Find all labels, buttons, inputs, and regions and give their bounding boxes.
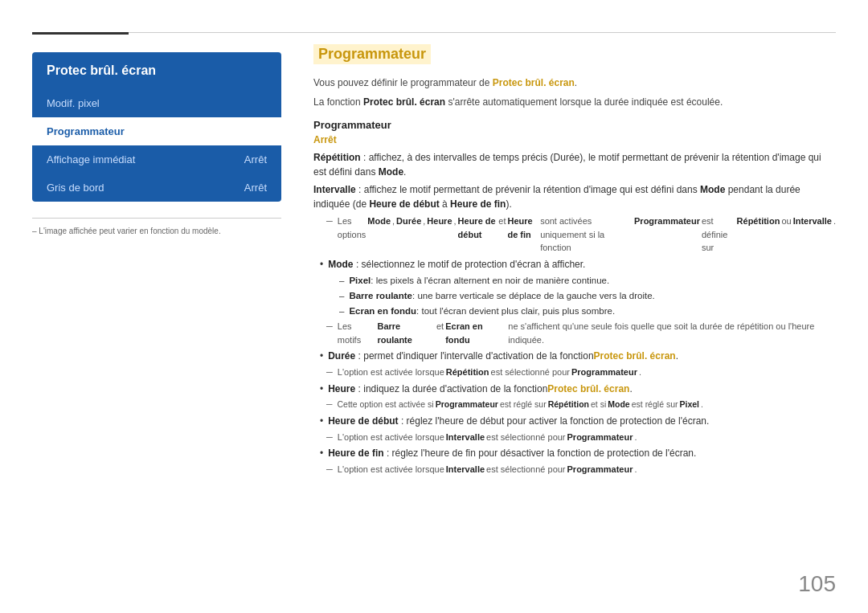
top-line-accent xyxy=(32,32,129,35)
footnote-area: – L'image affichée peut varier en foncti… xyxy=(32,218,281,235)
page-number: 105 xyxy=(798,571,836,597)
sub-pixel: Pixel : les pixels à l'écran alternent e… xyxy=(339,274,836,288)
menu-box: Protec brûl. écran Modif. pixel Programm… xyxy=(32,52,281,202)
sidebar-item-gris[interactable]: Gris de bord Arrêt xyxy=(32,174,281,202)
page-title: Programmateur xyxy=(313,44,431,64)
sub-barre: Barre roulante : une barre verticale se … xyxy=(339,289,836,303)
left-panel: Protec brûl. écran Modif. pixel Programm… xyxy=(32,52,281,235)
section-title: Programmateur xyxy=(313,119,836,131)
note-4: Cette option est activée si Programmateu… xyxy=(326,398,836,411)
right-content: Programmateur Vous pouvez définir le pro… xyxy=(313,44,836,479)
bullet-heure: Heure : indiquez la durée d'activation d… xyxy=(320,382,836,396)
gris-label: Gris de bord xyxy=(47,182,104,194)
sidebar-item-modif-pixel[interactable]: Modif. pixel xyxy=(32,89,281,117)
gris-value: Arrêt xyxy=(244,182,267,194)
sidebar-item-affichage[interactable]: Affichage immédiat Arrêt xyxy=(32,145,281,174)
bullet-duree: Durée : permet d'indiquer l'intervalle d… xyxy=(320,349,836,363)
menu-title: Protec brûl. écran xyxy=(32,52,281,89)
note-2: Les motifs Barre roulante et Ecran en fo… xyxy=(326,320,836,346)
intro-text-2: La fonction Protec brûl. écran s'arrête … xyxy=(313,95,836,109)
sub-ecran: Ecran en fondu : tout l'écran devient pl… xyxy=(339,304,836,318)
intro-text-1: Vous pouvez définir le programmateur de … xyxy=(313,76,836,90)
arrêt-label: Arrêt xyxy=(313,134,836,145)
sidebar-item-programmateur[interactable]: Programmateur xyxy=(32,117,281,145)
intro-highlight-2: Protec brûl. écran xyxy=(363,96,445,108)
bullet-mode: Mode : sélectionnez le motif de protecti… xyxy=(320,257,836,272)
note-1: Les options Mode, Durée, Heure, Heure de… xyxy=(326,215,836,255)
affichage-value: Arrêt xyxy=(244,153,267,166)
intro-highlight-1: Protec brûl. écran xyxy=(493,77,575,88)
bullet-heure-debut: Heure de début : réglez l'heure de début… xyxy=(320,414,836,428)
note-3: L'option est activée lorsque Répétition … xyxy=(326,366,836,379)
footnote-text: – L'image affichée peut varier en foncti… xyxy=(32,227,281,235)
para-intervalle: Intervalle : affichez le motif permettan… xyxy=(313,182,836,211)
top-line xyxy=(32,32,836,33)
note-6: L'option est activée lorsque Intervalle … xyxy=(326,463,836,476)
affichage-label: Affichage immédiat xyxy=(47,153,135,166)
bullet-heure-fin: Heure de fin : réglez l'heure de fin pou… xyxy=(320,446,836,460)
para-repetition: Répétition : affichez, à des intervalles… xyxy=(313,150,836,179)
note-5: L'option est activée lorsque Intervalle … xyxy=(326,431,836,444)
